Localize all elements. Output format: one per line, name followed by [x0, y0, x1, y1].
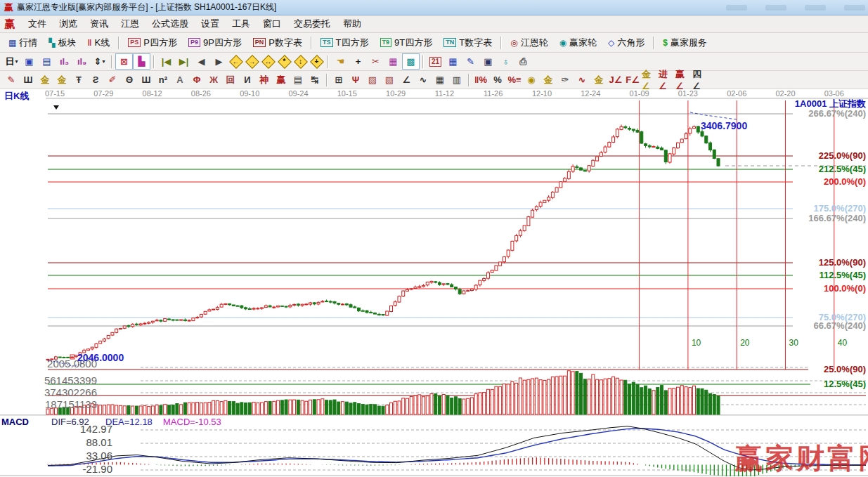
- notes-button[interactable]: ✎: [462, 53, 479, 70]
- p-square-button-label: P四方形: [143, 37, 177, 49]
- period-day-selector[interactable]: 日▾: [3, 53, 20, 70]
- t-square-button[interactable]: TST四方形: [317, 34, 372, 51]
- gold-hatch-tool-1[interactable]: 金: [37, 72, 53, 88]
- cycle-circle-tool[interactable]: Θ: [121, 72, 138, 88]
- angle-a-tool[interactable]: A: [171, 72, 188, 88]
- p9-square-button[interactable]: P99P四方形: [185, 34, 245, 51]
- matrix-grid-tool[interactable]: ▦: [432, 72, 448, 88]
- gold-line-tool[interactable]: 金: [540, 72, 557, 88]
- menu-help[interactable]: 帮助: [337, 15, 368, 32]
- menu-gann[interactable]: 江恩: [115, 15, 145, 32]
- brush-tool[interactable]: ✐: [104, 72, 121, 88]
- f-angle-tool[interactable]: F∠: [624, 72, 641, 88]
- menu-settings[interactable]: 设置: [195, 15, 226, 32]
- shift-left-diamond[interactable]: ←: [228, 54, 244, 69]
- angle-lines-tool[interactable]: ∠: [398, 72, 415, 88]
- t-number-table-button[interactable]: TNT数字表: [440, 34, 495, 51]
- toolbar-separator: [422, 55, 424, 68]
- span-tool[interactable]: ↹: [306, 72, 323, 88]
- menu-tools[interactable]: 工具: [226, 15, 257, 32]
- mini-chart-3-icon[interactable]: ıl₃: [56, 53, 73, 70]
- gann-fan-circle-tool[interactable]: Φ: [188, 72, 205, 88]
- vertical-grid-tool[interactable]: ▥: [448, 72, 465, 88]
- red-wave-tool[interactable]: ∿: [574, 72, 590, 88]
- mini-chart-9-icon[interactable]: ıl₉: [73, 53, 91, 70]
- zigzag-tool[interactable]: И: [239, 72, 256, 88]
- spiral-tool[interactable]: Ƨ: [87, 72, 104, 88]
- grid-tool[interactable]: ▦: [384, 53, 402, 70]
- pattern-toggle[interactable]: ⊠: [115, 53, 133, 70]
- maze-tool[interactable]: ▩: [402, 53, 420, 70]
- measure-tool[interactable]: ✂: [367, 53, 384, 70]
- win-grid-tool[interactable]: 赢: [273, 72, 290, 88]
- gold-circle-tool[interactable]: ◉: [523, 72, 540, 88]
- pan-hand-tool[interactable]: ☚: [332, 53, 349, 70]
- info-f10-icon[interactable]: ▤: [38, 53, 56, 70]
- expand-horizontal-diamond[interactable]: ↔: [260, 54, 276, 69]
- shen-grid-tool[interactable]: 神: [256, 72, 273, 88]
- hexagon-button[interactable]: ◇六角形: [604, 34, 648, 51]
- gann-wheel-button[interactable]: ◎江恩轮: [507, 34, 551, 51]
- next-button[interactable]: ▶: [210, 53, 228, 70]
- date-tick-label: 09-24: [288, 89, 308, 98]
- jin-angle-tool[interactable]: 进∠: [658, 72, 675, 88]
- hatch-tool[interactable]: Ш: [20, 72, 37, 88]
- ray-fan-tool[interactable]: Ψ: [347, 72, 364, 88]
- sectors-button[interactable]: ▚板块: [45, 34, 79, 51]
- compress-diamond[interactable]: *: [276, 54, 292, 69]
- box-pattern-tool[interactable]: ⊞: [330, 72, 347, 88]
- save-button[interactable]: ▣: [479, 53, 497, 70]
- expand-vertical-diamond[interactable]: ↕: [292, 54, 309, 69]
- hatch-tool-2[interactable]: Ш: [138, 72, 155, 88]
- menu-browse[interactable]: 浏览: [53, 15, 84, 32]
- kline-button[interactable]: ‖K线: [84, 34, 114, 51]
- chart-canvas[interactable]: 07-1507-2908-1208-2609-1009-2410-1510-29…: [0, 89, 868, 477]
- winner-wheel-button[interactable]: ◉赢家轮: [556, 34, 600, 51]
- price-grid-tool[interactable]: ▤: [290, 72, 306, 88]
- color-histogram-toggle[interactable]: ▙: [133, 53, 150, 70]
- web-share-button[interactable]: ♁: [497, 53, 514, 70]
- j-angle-tool[interactable]: J∠: [607, 72, 624, 88]
- calendar-button[interactable]: 21: [427, 53, 444, 70]
- menu-file[interactable]: 文件: [22, 15, 53, 32]
- calculator-button[interactable]: ▦: [444, 53, 462, 70]
- diag-grid-tool-1[interactable]: ▨: [364, 72, 381, 88]
- expand-all-diamond[interactable]: +: [309, 54, 325, 69]
- window-title: 赢家江恩专业版[赢家内部服务平台] - [上证指数 SH1A0001-167日K…: [17, 1, 276, 13]
- quotes-button[interactable]: ▦行情: [5, 34, 41, 51]
- t-marks-tool[interactable]: Ŧ: [70, 72, 87, 88]
- title-bar[interactable]: 赢 赢家江恩专业版[赢家内部服务平台] - [上证指数 SH1A0001-167…: [0, 0, 868, 15]
- gold-hatch-tool-2[interactable]: 金: [53, 72, 70, 88]
- p-number-table-button[interactable]: PNP数字表: [250, 34, 306, 51]
- candle-brush-tool[interactable]: ✑: [557, 72, 574, 88]
- first-page-button[interactable]: |◀: [157, 53, 175, 70]
- last-page-button[interactable]: ▶|: [175, 53, 193, 70]
- prev-button[interactable]: ◀: [193, 53, 210, 70]
- menu-formula-stock-pick[interactable]: 公式选股: [145, 15, 195, 32]
- menu-news[interactable]: 资讯: [84, 15, 115, 32]
- si-angle-tool[interactable]: 四∠: [692, 72, 708, 88]
- menu-window[interactable]: 窗口: [257, 15, 287, 32]
- win-angle-tool[interactable]: 赢∠: [675, 72, 692, 88]
- square-of-nine-tool[interactable]: n²: [155, 72, 171, 88]
- shift-right-diamond[interactable]: →: [244, 54, 260, 69]
- t9-square-button[interactable]: T99T四方形: [377, 34, 436, 51]
- print-button[interactable]: ⎙: [514, 53, 532, 70]
- menu-trade-entrust[interactable]: 交易委托: [287, 15, 337, 32]
- p-square-button[interactable]: PSP四方形: [124, 34, 181, 51]
- gold-box-tool[interactable]: 金: [590, 72, 607, 88]
- percent-tool[interactable]: %: [489, 72, 506, 88]
- square-spiral-tool[interactable]: 回: [222, 72, 239, 88]
- dynamic-quote-icon[interactable]: ▣: [20, 53, 38, 70]
- winner-service-button[interactable]: $赢家服务: [659, 34, 711, 51]
- square-number-label: 10: [692, 338, 701, 348]
- crosshair-tool[interactable]: +: [349, 53, 367, 70]
- percent-bars-tool[interactable]: ‖%: [472, 72, 489, 88]
- gold-angle-tool[interactable]: 金∠: [641, 72, 658, 88]
- percent-line-tool[interactable]: %≡: [506, 72, 523, 88]
- candle-style-selector[interactable]: ⇕▾: [91, 53, 108, 70]
- diag-grid-tool-2[interactable]: ▧: [381, 72, 398, 88]
- draw-pen-tool[interactable]: ✎: [3, 72, 20, 88]
- wave-tool[interactable]: ∿: [415, 72, 432, 88]
- star-grid-tool[interactable]: Ж: [205, 72, 222, 88]
